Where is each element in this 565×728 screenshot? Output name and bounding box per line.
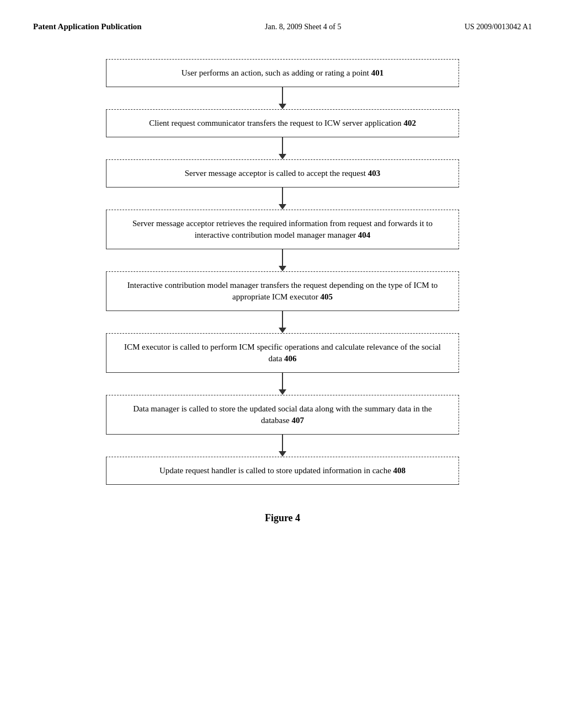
arrow-2 <box>279 137 286 159</box>
arrow-line-6 <box>282 373 283 389</box>
date-sheet-label: Jan. 8, 2009 Sheet 4 of 5 <box>265 23 341 31</box>
flow-box-406-text: ICM executor is called to perform ICM sp… <box>124 342 441 363</box>
flow-box-407-text: Data manager is called to store the upda… <box>133 404 432 425</box>
arrow-head-3 <box>279 204 286 210</box>
arrow-head-7 <box>279 451 286 457</box>
arrow-7 <box>279 435 286 457</box>
arrow-4 <box>279 249 286 271</box>
arrow-1 <box>279 87 286 109</box>
flow-box-401: User performs an action, such as adding … <box>106 59 459 87</box>
arrow-3 <box>279 188 286 210</box>
flow-box-402: Client request communicator transfers th… <box>106 109 459 137</box>
step-407: 407 <box>291 416 304 425</box>
step-403: 403 <box>368 169 381 178</box>
figure-caption: Figure 4 <box>33 512 532 524</box>
flow-box-407: Data manager is called to store the upda… <box>106 395 459 435</box>
arrow-line-7 <box>282 435 283 451</box>
arrow-5 <box>279 311 286 333</box>
page: Patent Application Publication Jan. 8, 2… <box>0 0 565 728</box>
flow-box-401-text: User performs an action, such as adding … <box>182 68 384 77</box>
flow-box-406: ICM executor is called to perform ICM sp… <box>106 333 459 373</box>
flow-box-408-text: Update request handler is called to stor… <box>159 466 406 475</box>
flow-box-403: Server message acceptor is called to acc… <box>106 159 459 188</box>
page-header: Patent Application Publication Jan. 8, 2… <box>33 22 532 31</box>
arrow-line-5 <box>282 311 283 328</box>
step-408: 408 <box>393 466 406 475</box>
patent-number-label: US 2009/0013042 A1 <box>465 23 532 31</box>
arrow-line-2 <box>282 137 283 154</box>
flow-box-402-text: Client request communicator transfers th… <box>149 119 416 127</box>
arrow-head-5 <box>279 328 286 333</box>
step-402: 402 <box>403 119 416 127</box>
step-406: 406 <box>284 354 297 363</box>
flow-box-405: Interactive contribution model manager t… <box>106 271 459 311</box>
arrow-line-3 <box>282 188 283 204</box>
publication-label: Patent Application Publication <box>33 22 142 31</box>
flow-box-405-text: Interactive contribution model manager t… <box>127 281 438 301</box>
arrow-line-4 <box>282 249 283 266</box>
step-401: 401 <box>371 68 384 77</box>
flow-box-404: Server message acceptor retrieves the re… <box>106 210 459 249</box>
flow-box-403-text: Server message acceptor is called to acc… <box>185 169 380 178</box>
arrow-6 <box>279 373 286 395</box>
arrow-line-1 <box>282 87 283 104</box>
arrow-head-6 <box>279 389 286 395</box>
flow-box-408: Update request handler is called to stor… <box>106 457 459 485</box>
flow-diagram: User performs an action, such as adding … <box>95 53 470 485</box>
step-404: 404 <box>358 231 371 239</box>
arrow-head-1 <box>279 104 286 109</box>
arrow-head-4 <box>279 266 286 271</box>
flow-box-404-text: Server message acceptor retrieves the re… <box>132 219 433 239</box>
arrow-head-2 <box>279 154 286 159</box>
step-405: 405 <box>321 292 333 301</box>
